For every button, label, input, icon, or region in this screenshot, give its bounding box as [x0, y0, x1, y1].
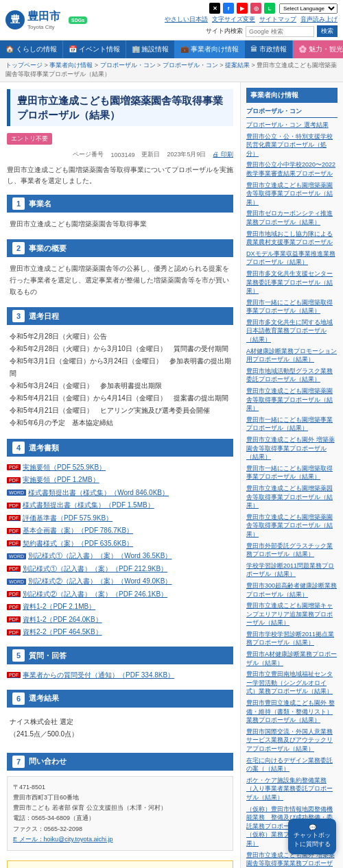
nav-kurashi[interactable]: 🏠 くらしの情報 [0, 40, 63, 58]
list-item: 豊田市国際交流・外国人意業務サービス業務及びアウテックリアプロポーザル（結果） [246, 727, 338, 754]
nav-tourism[interactable]: 🌸 魅力・観光情報 [293, 40, 343, 58]
list-item: WORD 様式書類提出書（様式集）（Word 846.0KB） [7, 487, 233, 498]
sidebar-link[interactable]: 豊田市立逢成こども園增築薬园舎等取得事業プロポーザル（結果） [246, 484, 338, 510]
doc-list-5: PDF 事業者からの質問受付（通知）（PDF 334.8KB） [7, 670, 233, 680]
doc-link[interactable]: PDF 資料2-2（PDF 464.5KB） [7, 627, 102, 637]
sidebar-link[interactable]: 在宅に向けるデザイン業務委託の案（（結果） [246, 756, 338, 773]
sidebar-link[interactable]: A材健康診断業務プロモーション用プロポーザル（結果） [246, 347, 338, 364]
list-item: PDF 資料1-2（PDF 264.0KB） [7, 614, 233, 625]
result-badge: エントリ不要 [7, 133, 52, 145]
sidebar-link[interactable]: 豊田市地域おこし協力隊による農業農村支援事業プロポーザル [246, 230, 338, 247]
sidebar-link[interactable]: 豊田市立豊田南地域福祉センター学習活動（シングルオロイ式）業務プロポーザル（結果… [246, 670, 338, 696]
nav-facility[interactable]: 🏢 施設情報 [126, 40, 176, 58]
section-1-content: 豊田市立逢成こども園増築薬園舎等取得事業 [7, 218, 233, 230]
nav-event[interactable]: 📅 イベント情報 [63, 40, 126, 58]
sidebar-link[interactable]: 学校学習診断2011問題業務プロポーザル（結果） [246, 562, 338, 579]
doc-link[interactable]: PDF 実施要領（PDF 525.9KB） [7, 463, 106, 472]
doc-link[interactable]: PDF 契約書様式（案）（PDF 635.6KB） [7, 539, 133, 548]
header-right: ✕ f ▶ ◎ L Select Language やさしい日本語 文字サイズ変… [165, 3, 338, 37]
section-7-title: 7 問い合わせ [7, 753, 233, 771]
facebook-icon[interactable]: f [223, 3, 234, 14]
breadcrumb-result[interactable]: 提案結果 [225, 62, 257, 69]
page-title: 豊田市立逢成こども園増築薬園舎等取得事業プロポーザル（結果） [7, 89, 233, 126]
section-5-title: 5 質問・回答 [7, 647, 233, 664]
nav-city[interactable]: 🏛 市政情報 [245, 40, 293, 58]
sidebar-link[interactable]: 豊田市一緒にこども園増築取得事業プロポーザル（結果） [246, 298, 338, 315]
sidebar-link[interactable]: 豊田市豊田立逢成こども園外 整備・維持（書類・整備リスト）業務プロポーザル（結果… [246, 699, 338, 725]
sidebar-link[interactable]: プロポーザル・コン 選考結果 [246, 121, 338, 130]
search-input[interactable] [246, 26, 314, 37]
sidebar-link[interactable]: 豊田市多文化共生支援センター業務委託事業プロポーザル（結果） [246, 269, 338, 296]
sidebar-link[interactable]: 豊田市地域活動型グラスク業務委託プロポーザル（結果） [246, 367, 338, 384]
sidebar-link[interactable]: 豊田市一緒にこども園増築取得事業プロポーザル（結果） [246, 464, 338, 481]
doc-link[interactable]: PDF 事業者からの質問受付（通知）（PDF 334.8KB） [7, 671, 174, 680]
list-item: 豊田市地域おこし協力隊による農業農村支援事業プロポーザル [246, 230, 338, 247]
intro-text: 豊田市立逢成こども園増築薬園舎等取得事業についてプロポーザルを実施し、事業者を選… [7, 165, 233, 186]
breadcrumb-business[interactable]: 事業者向け情報 [49, 62, 99, 69]
list-item: 豊田市一緒にこども園増築事業プロポーザル（結果） [246, 415, 338, 433]
doc-link[interactable]: PDF 別記様式②（記入書）（案）（PDF 246.1KB） [7, 590, 167, 599]
search-button[interactable]: 検索 [317, 25, 338, 37]
twitter-icon[interactable]: ✕ [209, 3, 220, 14]
main-content: 豊田市立逢成こども園増築薬園舎等取得事業プロポーザル（結果） エントリ不要 ペー… [0, 82, 240, 868]
doc-type-badge: PDF [7, 629, 21, 636]
sidebar-link[interactable]: 豊田市公立・公・特別支援学校民営化農業プロポーザル（処分） [246, 132, 338, 158]
doc-link[interactable]: PDF 資料1-2（PDF 2.1MB） [7, 602, 95, 612]
list-item: 豊田市公立小中学校2020〜2022教学事業審査結果プロポーザル [246, 160, 338, 178]
speech-link[interactable]: 音声読み上げ [300, 15, 338, 24]
section-4: 4 選考書類 PDF 実施要領（PDF 525.9KB）PDF 実施要領（PDF… [7, 439, 233, 637]
contact-email: E メール：hoiku@city.toyota.aichi.jp [13, 834, 227, 845]
sitemap-link[interactable]: サイトマップ [259, 15, 296, 24]
list-item: PDF 評価基準書（PDF 575.9KB） [7, 513, 233, 523]
sidebar-link[interactable]: 豊田市国際交流・外国人意業務サービス業務及びアウテックリアプロポーザル（結果） [246, 727, 338, 754]
sidebar-link[interactable]: 豊田市300超高齢者健康診断業務プロポーザル（結果） [246, 581, 338, 599]
section-4-num: 4 [12, 442, 25, 454]
header: 豊 豊田市 Toyota City SDGs ✕ f ▶ ◎ L Select … [0, 0, 343, 40]
page-num-label: ページ番号 [73, 150, 104, 159]
sidebar-link[interactable]: 豊田市ゼロカーボンシティ推進業務プロポーザル（結果） [246, 209, 338, 226]
sidebar-link[interactable]: 豊田市立逢成こども園增築キャンプエリアリア追加業務プロポーザル（結果） [246, 601, 338, 627]
doc-link[interactable]: PDF 評価基準書（PDF 575.9KB） [7, 514, 113, 523]
easy-japanese-link[interactable]: やさしい日本語 [165, 15, 208, 24]
breadcrumb-proposal[interactable]: プロポーザル・コン [100, 62, 163, 69]
doc-link[interactable]: PDF 様式書類提出書（様式集）（PDF 1.5MB） [7, 501, 154, 510]
youtube-icon[interactable]: ▶ [237, 3, 248, 14]
line-icon[interactable]: L [264, 3, 275, 14]
chatbot-button[interactable]: 💬 チャットボットに質問する [288, 819, 336, 854]
sidebar-link[interactable]: 豊田市多文化共生に関する地域日本語教育業務プロポーザル（結果） [246, 318, 338, 344]
font-size-link[interactable]: 文字サイズ変更 [212, 15, 255, 24]
sidebar-link[interactable]: ポケ・ケア施設集約整備業務（入り事業者業務委託プロポーザル（結果） [246, 776, 338, 802]
schedule-item: 令和5年3月1日（金曜日）から3月24日（金曜日） 参加表明書の提出期間 [10, 355, 233, 380]
doc-link[interactable]: PDF 実施要領（PDF 1.2MB） [7, 475, 99, 485]
chatbot-label: チャットボットに質問する [294, 831, 331, 849]
sidebar-link[interactable]: 豊田市立逢成こども園増築薬園舎等取得事業プロポーザル（結果） [246, 387, 338, 413]
doc-link[interactable]: WORD 別記様式②（記入書）（案）（Word 49.0KB） [7, 577, 172, 586]
sidebar-link[interactable]: 豊田市一緒にこども園増築事業プロポーザル（結果） [246, 415, 338, 433]
breadcrumb-proposal2[interactable]: プロポーザル・コン [163, 62, 225, 69]
sidebar-link[interactable]: 豊田市A材健康診断業務プロポーザル（結果） [246, 650, 338, 667]
sidebar-link[interactable]: DXモデル事業収益事業推進業務プロポーザル（結果） [246, 250, 338, 267]
content-wrap: 豊田市立逢成こども園増築薬園舎等取得事業プロポーザル（結果） エントリ不要 ペー… [0, 82, 343, 868]
doc-link[interactable]: PDF 資料1-2（PDF 264.0KB） [7, 615, 102, 625]
doc-link[interactable]: PDF 別記様式①（記入書）（案）（PDF 212.9KB） [7, 564, 167, 574]
sidebar-link[interactable]: 豊田市公立小中学校2020〜2022教学事業審査結果プロポーザル [246, 160, 338, 178]
sidebar-link[interactable]: 豊田市立逢成こども園増築薬園舎等取得事業プロポーザル（結果） [246, 513, 338, 539]
sidebar-link[interactable]: 豊田市学校学習診断2011拠点業務プロポーザル（結果） [246, 630, 338, 647]
sidebar-link[interactable]: 豊田市立逢成こども園外 増築薬園舎等取得事業プロポーザル（結果） [246, 435, 338, 461]
list-item: 豊田市300超高齢者健康診断業務プロポーザル（結果） [246, 581, 338, 599]
doc-link[interactable]: WORD 様式書類提出書（様式集）（Word 846.0KB） [7, 488, 169, 498]
list-item: PDF 資料2-2（PDF 464.5KB） [7, 627, 233, 638]
sidebar-link[interactable]: 豊田市外部委託グラスチック業務プロポーザル（結果） [246, 542, 338, 559]
sidebar-link[interactable]: 豊田市立逢成こども園増築薬園舎等取得事業プロポーザル（結果） [246, 181, 338, 207]
nav-business[interactable]: 💼 事業者向け情報 [175, 40, 245, 58]
print-button[interactable]: 🖨 印刷 [213, 150, 233, 159]
instagram-icon[interactable]: ◎ [250, 3, 261, 14]
section-6: 6 選考結果 ナイス株式会社 選定（241.5点／500.0点） [7, 690, 233, 743]
result-box: ナイス株式会社 選定（241.5点／500.0点） [7, 713, 233, 743]
contact-dept: 豊田市こども 若者部 保育 公立支援担当（木澤・河村） [13, 803, 227, 813]
doc-link[interactable]: WORD 別記様式①（記入書）（案）（Word 36.5KB） [7, 551, 172, 561]
breadcrumb-top[interactable]: トップページ [5, 62, 49, 69]
email-link[interactable]: E メール：hoiku@city.toyota.aichi.jp [13, 836, 113, 843]
language-select[interactable]: Select Language [279, 3, 338, 14]
doc-link[interactable]: PDF 基本企画書（案）（PDF 786.7KB） [7, 526, 133, 535]
